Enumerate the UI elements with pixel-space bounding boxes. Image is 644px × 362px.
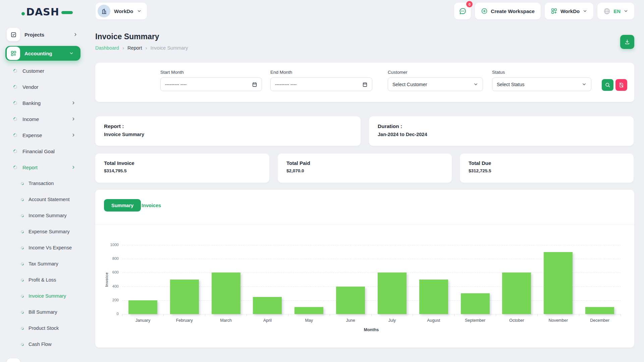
bar-june xyxy=(336,287,365,314)
chevron-right-icon xyxy=(71,165,76,170)
bar-august xyxy=(419,280,448,314)
sidebar-item-accounting[interactable]: Accounting xyxy=(5,46,80,61)
sidebar-item-profit-loss[interactable]: Profit & Loss xyxy=(0,272,87,288)
sidebar-item-projects[interactable]: Projects xyxy=(0,26,87,43)
status-select[interactable]: Select Status xyxy=(492,77,591,91)
start-month-input[interactable]: --------- ---- xyxy=(160,77,262,91)
breadcrumb-item-dashboard[interactable]: Dashboard xyxy=(95,45,119,51)
screen: DASH WorkDo 0 Create Workspace WorkDo EN xyxy=(0,0,644,362)
y-axis-tick-label: 600 xyxy=(103,270,119,274)
x-axis-tick-label: October xyxy=(496,318,538,323)
duration-info-label: Duration : xyxy=(378,123,625,129)
sidebar-item-label: Cash Flow xyxy=(29,342,52,347)
bullet-icon xyxy=(20,342,24,347)
reset-filter-button[interactable] xyxy=(615,79,627,91)
bar-april xyxy=(253,297,282,314)
sidebar-item-label: Account Statement xyxy=(29,197,70,202)
sidebar-item-expense[interactable]: Expense xyxy=(0,127,87,143)
total-label: Total Paid xyxy=(286,160,443,166)
sidebar-item-product-stock[interactable]: Product Stock xyxy=(0,320,87,336)
status-selected-value: Select Status xyxy=(497,82,582,87)
sidebar-item-financial-goal[interactable]: Financial Goal xyxy=(0,143,87,159)
total-card-total-paid: Total Paid$2,070.0 xyxy=(278,154,452,183)
bullet-icon xyxy=(13,132,18,138)
bullet-icon xyxy=(20,310,24,314)
sidebar-item-report[interactable]: Report xyxy=(0,159,87,175)
bar-december xyxy=(585,307,614,314)
bullet-icon xyxy=(20,214,24,218)
sidebar-item-vendor[interactable]: Vendor xyxy=(0,79,87,95)
tab-invoices[interactable]: Invoices xyxy=(142,199,161,212)
customer-select[interactable]: Select Customer xyxy=(388,77,483,91)
sidebar-item-banking[interactable]: Banking xyxy=(0,95,87,111)
report-info-value: Invoice Summary xyxy=(104,132,352,137)
customer-group: Customer Select Customer xyxy=(388,70,483,91)
sidebar-item-expense-summary[interactable]: Expense Summary xyxy=(0,224,87,240)
x-axis-tick-label: August xyxy=(413,318,454,323)
bullet-icon xyxy=(13,116,18,122)
x-axis-tick-label: January xyxy=(122,318,164,323)
sidebar-item-label: Bill Summary xyxy=(29,309,57,315)
y-axis-tick-label: 800 xyxy=(103,256,119,260)
y-axis-tick-label: 400 xyxy=(103,284,119,288)
app-logo[interactable]: DASH xyxy=(21,6,73,18)
chevron-down-icon xyxy=(582,82,587,87)
main-content: Invoice Summary Dashboard›Report›Invoice… xyxy=(95,0,634,362)
sidebar-item-income-summary[interactable]: Income Summary xyxy=(0,207,87,224)
sidebar-item-label: Customer xyxy=(22,68,44,74)
total-card-total-invoice: Total Invoice$314,795.5 xyxy=(95,154,269,183)
calendar-icon xyxy=(252,82,257,87)
duration-info-value: Jan-2024 to Dec-2024 xyxy=(378,132,625,137)
sidebar-item-account-statement[interactable]: Account Statement xyxy=(0,191,87,207)
gridline xyxy=(122,245,621,245)
sidebar-item-income[interactable]: Income xyxy=(0,111,87,127)
bullet-icon xyxy=(20,262,24,266)
chart-plot: Invoice Months 10008006004002000JanuaryF… xyxy=(122,245,621,314)
x-axis-tick-mark xyxy=(205,314,205,316)
chevron-down-icon xyxy=(69,51,74,56)
sidebar-item-income-vs-expense[interactable]: Income Vs Expense xyxy=(0,240,87,256)
download-button[interactable] xyxy=(620,35,634,49)
end-month-label: End Month xyxy=(270,70,372,75)
x-axis-tick-label: March xyxy=(205,318,247,323)
bullet-icon xyxy=(20,326,24,330)
sidebar-item-transaction[interactable]: Transaction xyxy=(0,175,87,191)
sidebar-item-label: Income xyxy=(22,116,39,122)
total-value: $312,725.5 xyxy=(469,168,625,173)
sidebar-item-label: Projects xyxy=(24,32,44,38)
bullet-icon xyxy=(13,68,18,73)
end-month-group: End Month --------- ---- xyxy=(270,70,372,91)
bar-may xyxy=(294,307,323,314)
end-month-placeholder: --------- ---- xyxy=(275,82,362,87)
chevron-right-icon xyxy=(73,32,78,37)
tab-summary[interactable]: Summary xyxy=(104,199,141,212)
bullet-icon xyxy=(13,165,18,170)
sidebar-item-tax-summary[interactable]: Tax Summary xyxy=(0,256,87,272)
sidebar-item-label: Expense Summary xyxy=(29,229,70,234)
checkbox-icon xyxy=(7,28,20,41)
x-axis-tick-mark xyxy=(371,314,372,316)
x-axis-tick-mark xyxy=(122,314,122,316)
sidebar: ProjectsAccountingCustomerVendorBankingI… xyxy=(0,21,87,362)
breadcrumb-item-report[interactable]: Report xyxy=(127,45,142,51)
x-axis-tick-label: June xyxy=(330,318,371,323)
sidebar-item-cash-flow[interactable]: Cash Flow xyxy=(0,336,87,352)
x-axis-tick-mark xyxy=(537,314,538,316)
breadcrumb-separator-icon: › xyxy=(122,45,124,51)
sidebar-item-bill-summary[interactable]: Bill Summary xyxy=(0,304,87,320)
logo-dot-icon xyxy=(21,12,25,15)
x-axis-tick-label: February xyxy=(164,318,205,323)
search-icon xyxy=(605,82,610,88)
sidebar-item-customer[interactable]: Customer xyxy=(0,63,87,79)
bullet-icon xyxy=(20,246,24,250)
bar-july xyxy=(378,273,407,314)
sidebar-item-invoice-summary[interactable]: Invoice Summary xyxy=(0,288,87,304)
x-axis-tick-label: July xyxy=(371,318,413,323)
sidebar-item-label: Profit & Loss xyxy=(29,277,56,283)
x-axis-tick-mark xyxy=(288,314,288,316)
end-month-input[interactable]: --------- ---- xyxy=(270,77,372,91)
filter-buttons xyxy=(602,79,627,91)
search-button[interactable] xyxy=(602,79,613,91)
sidebar-item-hrm[interactable]: HRM xyxy=(0,357,87,362)
x-axis-tick-mark xyxy=(330,314,330,316)
